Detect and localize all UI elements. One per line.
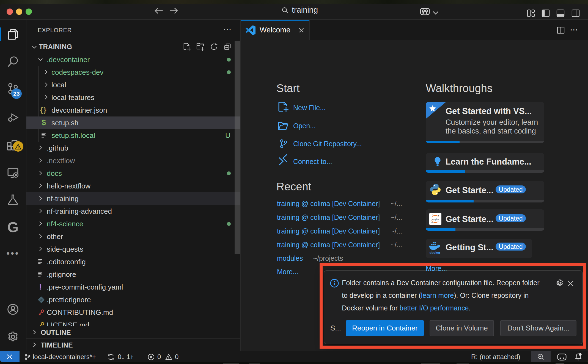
svg-text:docker: docker — [430, 251, 441, 255]
svg-text:jupyter: jupyter — [431, 218, 439, 221]
